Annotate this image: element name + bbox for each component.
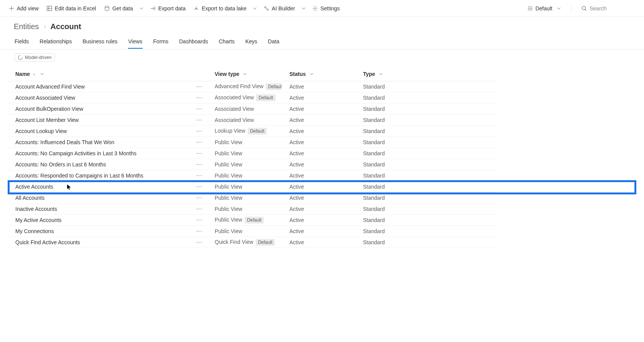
row-name-cell[interactable]: Account Lookup View··· bbox=[8, 126, 207, 137]
row-status-cell: Active bbox=[282, 181, 355, 192]
row-more-icon[interactable]: ··· bbox=[196, 228, 202, 235]
column-header-name-label: Name bbox=[15, 71, 30, 77]
breadcrumb: Entities Account bbox=[0, 17, 644, 34]
search-input[interactable] bbox=[590, 5, 636, 12]
export-lake-chevron[interactable] bbox=[250, 2, 260, 15]
tab-charts[interactable]: Charts bbox=[219, 35, 235, 49]
get-data-chevron[interactable] bbox=[137, 2, 146, 15]
table-row[interactable]: My Connections···Public ViewActiveStanda… bbox=[8, 226, 636, 237]
row-view-type-label: Public View bbox=[215, 228, 242, 234]
row-name-cell[interactable]: Account Associated View··· bbox=[8, 92, 207, 104]
chevron-down-icon[interactable] bbox=[310, 72, 314, 76]
row-more-icon[interactable]: ··· bbox=[196, 150, 202, 157]
row-more-icon[interactable]: ··· bbox=[196, 183, 202, 190]
chevron-down-icon[interactable] bbox=[40, 72, 44, 76]
row-more-icon[interactable]: ··· bbox=[196, 128, 202, 135]
export-data-lake-button[interactable]: Export to data lake bbox=[189, 2, 250, 15]
row-view-type-label: Associated View bbox=[215, 94, 254, 100]
column-header-view-type[interactable]: View type bbox=[207, 67, 282, 81]
table-row[interactable]: Account Advanced Find View···Advanced Fi… bbox=[8, 81, 636, 92]
svg-point-5 bbox=[582, 6, 586, 10]
row-more-icon[interactable]: ··· bbox=[196, 105, 202, 112]
row-view-type-cell: Associated View bbox=[207, 104, 282, 115]
column-header-type[interactable]: Type bbox=[355, 67, 496, 81]
tab-business-rules[interactable]: Business rules bbox=[82, 35, 117, 49]
get-data-label: Get data bbox=[112, 5, 133, 12]
row-more-icon[interactable]: ··· bbox=[196, 94, 202, 101]
chevron-down-icon[interactable] bbox=[243, 72, 247, 76]
tab-keys[interactable]: Keys bbox=[245, 35, 257, 49]
row-name-cell[interactable]: Accounts: Influenced Deals That We Won··… bbox=[8, 137, 207, 148]
row-name-cell[interactable]: My Active Accounts··· bbox=[8, 215, 207, 226]
tab-forms[interactable]: Forms bbox=[153, 35, 169, 49]
table-row[interactable]: Quick Find Active Accounts···Quick Find … bbox=[8, 237, 636, 248]
table-row[interactable]: Accounts: No Orders in Last 6 Months···P… bbox=[8, 159, 636, 170]
row-more-icon[interactable]: ··· bbox=[196, 161, 202, 168]
column-header-name[interactable]: Name ↑ bbox=[8, 67, 207, 81]
row-view-type-cell: Public View bbox=[207, 181, 282, 192]
tab-fields[interactable]: Fields bbox=[15, 35, 29, 49]
export-data-button[interactable]: Export data bbox=[146, 2, 190, 15]
tab-relationships[interactable]: Relationships bbox=[39, 35, 72, 49]
export-data-label: Export data bbox=[158, 5, 186, 12]
settings-button[interactable]: Settings bbox=[308, 2, 344, 15]
row-more-icon[interactable]: ··· bbox=[196, 139, 202, 146]
row-name-cell[interactable]: Accounts: No Campaign Activities in Last… bbox=[8, 148, 207, 159]
row-name-cell[interactable]: Account List Member View··· bbox=[8, 115, 207, 126]
row-name-cell[interactable]: Inactive Accounts··· bbox=[8, 204, 207, 215]
row-name-cell[interactable]: All Accounts··· bbox=[8, 192, 207, 204]
row-name-cell[interactable]: Accounts: No Orders in Last 6 Months··· bbox=[8, 159, 207, 170]
table-row[interactable]: My Active Accounts···Public ViewDefaultA… bbox=[8, 215, 636, 226]
row-name-cell[interactable]: Accounts: Responded to Campaigns in Last… bbox=[8, 170, 207, 181]
row-more-icon[interactable]: ··· bbox=[196, 172, 202, 179]
table-row[interactable]: Inactive Accounts···Public ViewActiveSta… bbox=[8, 204, 636, 215]
tab-dashboards[interactable]: Dashboards bbox=[179, 35, 208, 49]
breadcrumb-parent[interactable]: Entities bbox=[14, 22, 39, 31]
row-view-type-cell: Public View bbox=[207, 170, 282, 181]
table-row[interactable]: Active Accounts···Public ViewActiveStand… bbox=[8, 181, 636, 192]
app-type-icon bbox=[17, 54, 24, 61]
row-name-label: Accounts: Responded to Campaigns in Last… bbox=[15, 173, 143, 179]
table-row[interactable]: Account BulkOperation View···Associated … bbox=[8, 104, 636, 115]
row-name-cell[interactable]: My Connections··· bbox=[8, 226, 207, 237]
row-more-icon[interactable]: ··· bbox=[196, 117, 202, 123]
column-header-status[interactable]: Status bbox=[282, 67, 355, 81]
column-header-status-label: Status bbox=[289, 71, 306, 77]
tab-views[interactable]: Views bbox=[128, 35, 142, 49]
row-view-type-cell: Public View bbox=[207, 192, 282, 204]
chevron-down-icon[interactable] bbox=[379, 72, 383, 76]
get-data-button[interactable]: Get data bbox=[100, 2, 137, 15]
table-row[interactable]: Accounts: No Campaign Activities in Last… bbox=[8, 148, 636, 159]
row-more-icon[interactable]: ··· bbox=[196, 83, 202, 90]
svg-point-2 bbox=[264, 7, 266, 8]
search-region[interactable] bbox=[577, 5, 639, 12]
row-name-cell[interactable]: Quick Find Active Accounts··· bbox=[8, 237, 207, 248]
row-more-icon[interactable]: ··· bbox=[196, 194, 202, 201]
row-more-icon[interactable]: ··· bbox=[196, 206, 202, 212]
table-row[interactable]: Account Associated View···Associated Vie… bbox=[8, 92, 636, 104]
row-status-cell: Active bbox=[282, 237, 355, 248]
row-name-label: All Accounts bbox=[15, 195, 44, 201]
row-view-type-label: Public View bbox=[215, 161, 242, 168]
tab-data[interactable]: Data bbox=[268, 35, 279, 49]
ai-builder-chevron[interactable] bbox=[299, 2, 308, 15]
app-type-row: Model-driven bbox=[0, 49, 644, 67]
row-name-cell[interactable]: Active Accounts··· bbox=[8, 181, 207, 192]
ai-builder-button[interactable]: AI Builder bbox=[260, 2, 299, 15]
add-view-button[interactable]: Add view bbox=[5, 2, 43, 15]
row-more-icon[interactable]: ··· bbox=[196, 217, 202, 224]
table-row[interactable]: Account Lookup View···Lookup ViewDefault… bbox=[8, 126, 636, 137]
table-row[interactable]: Account List Member View···Associated Vi… bbox=[8, 115, 636, 126]
model-driven-pill[interactable]: Model-driven bbox=[15, 53, 55, 62]
row-name-cell[interactable]: Account Advanced Find View··· bbox=[8, 81, 207, 92]
edit-data-excel-button[interactable]: Edit data in Excel bbox=[43, 2, 100, 15]
row-name-cell[interactable]: Account BulkOperation View··· bbox=[8, 104, 207, 115]
export-lake-label: Export to data lake bbox=[202, 5, 246, 12]
view-selector-button[interactable]: Default bbox=[523, 2, 565, 15]
table-row[interactable]: All Accounts···Public ViewActiveStandard bbox=[8, 192, 636, 204]
row-type-cell: Standard bbox=[355, 159, 496, 170]
row-type-cell: Standard bbox=[355, 215, 496, 226]
table-row[interactable]: Accounts: Responded to Campaigns in Last… bbox=[8, 170, 636, 181]
row-more-icon[interactable]: ··· bbox=[196, 239, 202, 246]
table-row[interactable]: Accounts: Influenced Deals That We Won··… bbox=[8, 137, 636, 148]
